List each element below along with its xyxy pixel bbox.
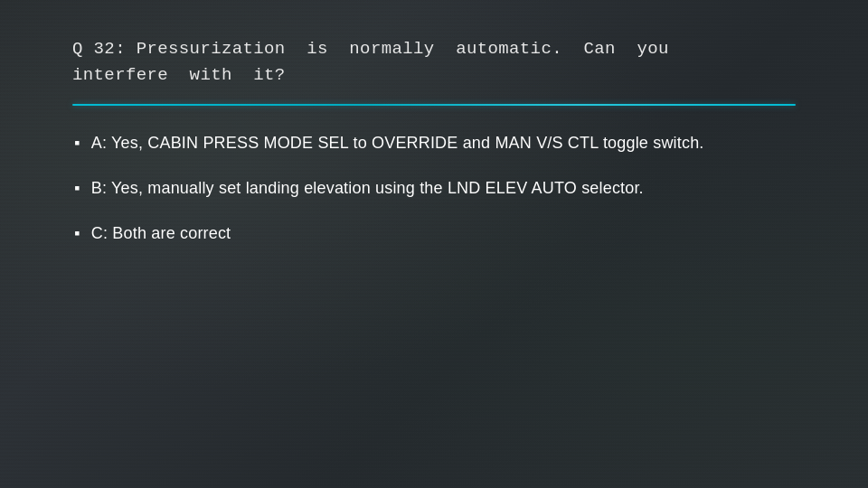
answers-list: ▪A: Yes, CABIN PRESS MODE SEL to OVERRID… bbox=[72, 131, 796, 247]
divider bbox=[72, 104, 796, 106]
answer-item-b: ▪B: Yes, manually set landing elevation … bbox=[72, 176, 796, 202]
answer-item-a: ▪A: Yes, CABIN PRESS MODE SEL to OVERRID… bbox=[72, 131, 796, 156]
bullet-a: ▪ bbox=[72, 132, 82, 156]
answer-text-c: C: Both are correct bbox=[91, 221, 231, 247]
question-text: Q 32: Pressurization is normally automat… bbox=[72, 36, 796, 88]
main-content: Q 32: Pressurization is normally automat… bbox=[0, 0, 868, 283]
answer-text-a: A: Yes, CABIN PRESS MODE SEL to OVERRIDE… bbox=[91, 131, 704, 156]
answer-text-b: B: Yes, manually set landing elevation u… bbox=[91, 176, 644, 202]
bullet-b: ▪ bbox=[72, 177, 82, 202]
answer-item-c: ▪C: Both are correct bbox=[72, 221, 796, 247]
bullet-c: ▪ bbox=[72, 222, 82, 247]
